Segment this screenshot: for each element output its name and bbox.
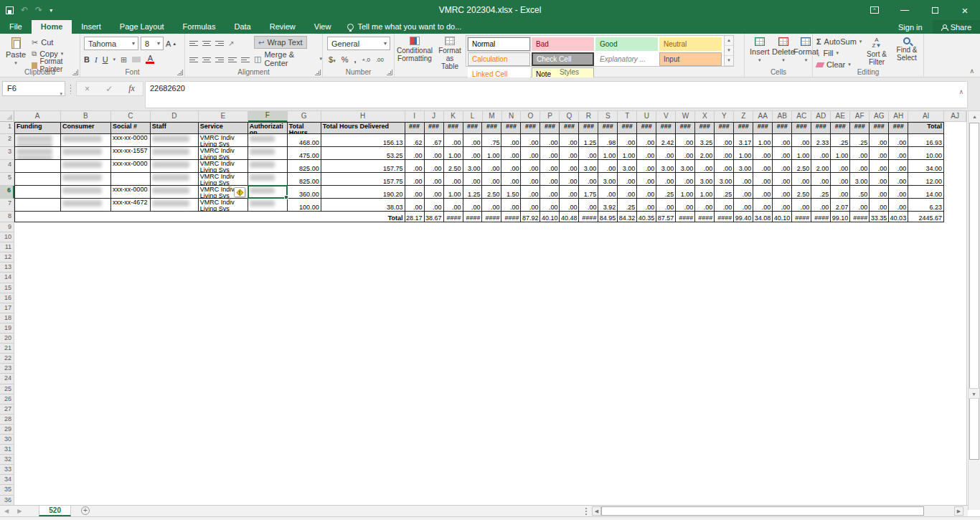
cell-R[interactable]: 1.25 — [579, 134, 598, 147]
cell-V[interactable]: .25 — [656, 186, 676, 199]
cell-AC[interactable]: ### — [792, 122, 811, 134]
cell-AA[interactable]: 1.00 — [753, 134, 773, 147]
cell-W[interactable]: #### — [676, 212, 695, 222]
cell-N[interactable]: .00 — [501, 173, 521, 186]
cell-W[interactable]: .00 — [676, 147, 695, 160]
cell-D[interactable] — [151, 160, 199, 173]
empty-row-area[interactable] — [14, 344, 966, 354]
cell-AJ[interactable] — [944, 147, 966, 160]
name-box-dropdown-icon[interactable]: ▾ — [60, 87, 62, 100]
empty-row-area[interactable] — [14, 334, 966, 344]
font-family-select[interactable]: Tahoma▾ — [84, 37, 138, 50]
cell-S[interactable]: 3.92 — [598, 199, 618, 212]
cell-AF[interactable]: .00 — [850, 160, 870, 173]
cell-E[interactable]: VMRC Indiv Living Svs — [199, 199, 248, 212]
cell-AF[interactable]: 3.00 — [850, 173, 870, 186]
column-header-T[interactable]: T — [618, 111, 637, 122]
cell-G[interactable]: 100.00 — [288, 199, 321, 212]
cell-K[interactable]: #### — [444, 212, 463, 222]
row-header-28[interactable]: 28 — [0, 415, 14, 425]
grow-shrink-font[interactable]: A▲ — [166, 38, 176, 49]
column-header-Z[interactable]: Z — [734, 111, 753, 122]
cell-A[interactable] — [14, 199, 61, 212]
column-header-AB[interactable]: AB — [773, 111, 792, 122]
cell-AA[interactable]: .00 — [753, 160, 773, 173]
cell-B[interactable] — [61, 186, 111, 199]
cell-U[interactable]: .00 — [637, 173, 656, 186]
row-header-9[interactable]: 9 — [0, 222, 14, 232]
row-header-25[interactable]: 25 — [0, 384, 14, 394]
column-header-F[interactable]: F — [248, 111, 288, 122]
cell-AI[interactable]: 14.00 — [908, 186, 944, 199]
cell-K[interactable]: .00 — [444, 134, 463, 147]
cell-K[interactable]: .00 — [444, 173, 463, 186]
vertical-scrollbar[interactable]: ▲ — [968, 111, 980, 510]
cell-I[interactable]: 28.17 — [405, 212, 425, 222]
cell-AG[interactable]: ### — [870, 122, 889, 134]
cell-T[interactable]: 1.00 — [618, 147, 637, 160]
cell-D[interactable] — [151, 186, 199, 199]
cell-W[interactable]: .00 — [676, 199, 695, 212]
cell-J[interactable]: .00 — [425, 147, 444, 160]
column-header-D[interactable]: D — [151, 111, 199, 122]
cell-AI[interactable]: 10.00 — [908, 147, 944, 160]
cell-S[interactable]: 1.00 — [598, 147, 618, 160]
cell-AB[interactable]: ### — [773, 122, 792, 134]
underline-dropdown-icon[interactable]: ▾ — [113, 57, 116, 62]
cell-D[interactable]: Staff — [151, 122, 199, 134]
cell-P[interactable]: ### — [540, 122, 560, 134]
column-header-J[interactable]: J — [425, 111, 444, 122]
cell-C[interactable]: xxx-xx-0000 — [111, 186, 151, 199]
increase-indent-icon[interactable] — [241, 56, 250, 64]
cell-B[interactable] — [61, 147, 111, 160]
row-header-18[interactable]: 18 — [0, 313, 14, 323]
cell-H[interactable]: 157.75 — [321, 173, 405, 186]
cell-K[interactable]: 2.50 — [444, 160, 463, 173]
row-header-29[interactable]: 29 — [0, 425, 14, 435]
cell-O[interactable]: .00 — [521, 186, 540, 199]
row-header-31[interactable]: 31 — [0, 445, 14, 455]
cell-I[interactable]: .00 — [405, 186, 425, 199]
cell-AE[interactable]: .00 — [831, 186, 850, 199]
column-header-AH[interactable]: AH — [889, 111, 908, 122]
cell-Z[interactable]: .00 — [734, 199, 753, 212]
vertical-scroll-thumb[interactable] — [969, 123, 979, 460]
cell-AH[interactable]: .00 — [889, 186, 908, 199]
empty-row-area[interactable] — [14, 293, 966, 303]
cell-W[interactable]: 1.00 — [676, 186, 695, 199]
confirm-entry-icon[interactable]: ✓ — [105, 84, 113, 94]
cell-M[interactable]: .00 — [482, 199, 501, 212]
empty-row-area[interactable] — [14, 354, 966, 364]
empty-row-area[interactable] — [14, 283, 966, 293]
cell-H[interactable]: 157.75 — [321, 160, 405, 173]
cell-L[interactable]: 1.25 — [463, 186, 483, 199]
cell-R[interactable]: 3.00 — [579, 160, 598, 173]
row-header-30[interactable]: 30 — [0, 435, 14, 445]
cell-R[interactable]: #### — [579, 212, 598, 222]
align-right-icon[interactable] — [215, 56, 224, 64]
cell-O[interactable]: .00 — [521, 160, 540, 173]
column-header-AI[interactable]: AI — [908, 111, 944, 122]
cell-C[interactable]: xxx-xx-4672 — [111, 199, 151, 212]
cell-P[interactable]: .00 — [540, 134, 560, 147]
row-header-23[interactable]: 23 — [0, 364, 14, 374]
cell-AD[interactable]: .00 — [811, 173, 831, 186]
cell-O[interactable]: 87.92 — [521, 212, 540, 222]
empty-row-area[interactable] — [14, 303, 966, 313]
alignment-dialog-launcher-icon[interactable] — [315, 70, 321, 75]
cell-AC[interactable]: 2.50 — [792, 186, 811, 199]
cell-AG[interactable]: .00 — [870, 173, 889, 186]
cell-I[interactable]: .00 — [405, 173, 425, 186]
accounting-format-button[interactable]: $▾ — [329, 55, 336, 64]
cell-T[interactable]: .00 — [618, 186, 637, 199]
row-header-13[interactable]: 13 — [0, 263, 14, 273]
cell-Y[interactable]: .00 — [715, 147, 734, 160]
cell-T[interactable]: .00 — [618, 173, 637, 186]
cell-L[interactable]: .00 — [463, 199, 483, 212]
cell-AC[interactable]: #### — [792, 212, 811, 222]
column-header-Y[interactable]: Y — [715, 111, 734, 122]
cell-AG[interactable]: .00 — [870, 199, 889, 212]
scroll-right-icon[interactable]: ▶ — [954, 506, 963, 516]
conditional-formatting-button[interactable]: Conditional Formatting — [396, 34, 433, 65]
empty-row-area[interactable] — [14, 485, 966, 495]
